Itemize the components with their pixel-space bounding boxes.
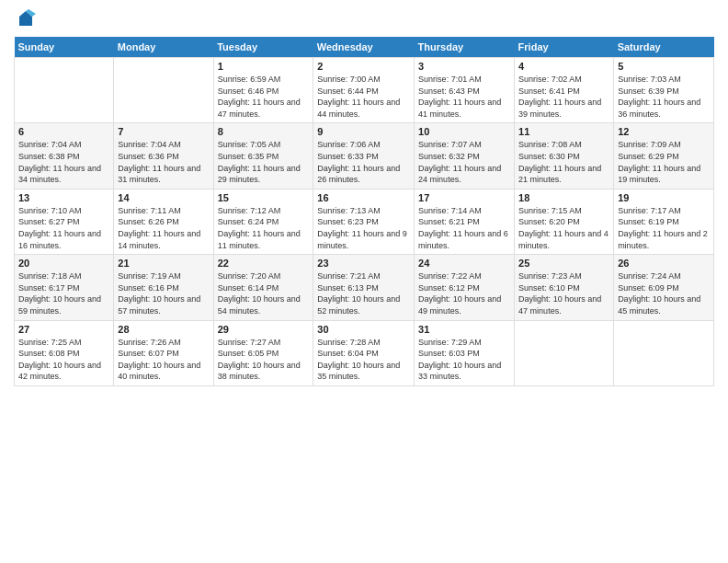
calendar-cell: 5Sunrise: 7:03 AMSunset: 6:39 PMDaylight… — [614, 58, 714, 123]
calendar-week-row: 1Sunrise: 6:59 AMSunset: 6:46 PMDaylight… — [15, 58, 714, 123]
day-number: 19 — [618, 192, 710, 203]
day-info: Sunrise: 7:01 AMSunset: 6:43 PMDaylight:… — [418, 74, 510, 120]
day-info: Sunrise: 7:22 AMSunset: 6:12 PMDaylight:… — [418, 270, 510, 316]
calendar-cell: 4Sunrise: 7:02 AMSunset: 6:41 PMDaylight… — [515, 58, 614, 123]
calendar-cell — [15, 58, 114, 123]
day-number: 1 — [218, 61, 310, 72]
day-info: Sunrise: 7:28 AMSunset: 6:04 PMDaylight:… — [317, 337, 410, 383]
day-info: Sunrise: 7:14 AMSunset: 6:21 PMDaylight:… — [418, 205, 510, 251]
day-number: 30 — [317, 324, 410, 335]
day-info: Sunrise: 7:17 AMSunset: 6:19 PMDaylight:… — [618, 205, 710, 251]
calendar-cell: 12Sunrise: 7:09 AMSunset: 6:29 PMDayligh… — [614, 123, 714, 189]
calendar-cell: 6Sunrise: 7:04 AMSunset: 6:38 PMDaylight… — [15, 123, 114, 189]
day-info: Sunrise: 7:25 AMSunset: 6:08 PMDaylight:… — [18, 337, 109, 383]
day-number: 31 — [418, 324, 510, 335]
calendar-cell: 26Sunrise: 7:24 AMSunset: 6:09 PMDayligh… — [614, 255, 714, 320]
calendar-cell: 11Sunrise: 7:08 AMSunset: 6:30 PMDayligh… — [515, 123, 614, 189]
day-number: 9 — [317, 126, 410, 137]
day-number: 16 — [317, 192, 410, 203]
day-number: 2 — [317, 61, 410, 72]
calendar-cell: 10Sunrise: 7:07 AMSunset: 6:32 PMDayligh… — [415, 123, 515, 189]
header-sunday: Sunday — [15, 37, 114, 58]
day-number: 7 — [118, 126, 209, 137]
calendar-page: Sunday Monday Tuesday Wednesday Thursday… — [0, 0, 728, 563]
calendar-cell: 1Sunrise: 6:59 AMSunset: 6:46 PMDaylight… — [213, 58, 313, 123]
day-info: Sunrise: 7:02 AMSunset: 6:41 PMDaylight:… — [518, 74, 609, 120]
header-tuesday: Tuesday — [213, 37, 313, 58]
day-info: Sunrise: 7:12 AMSunset: 6:24 PMDaylight:… — [218, 205, 310, 251]
calendar-cell — [614, 320, 714, 385]
day-number: 6 — [18, 126, 109, 137]
calendar-cell: 14Sunrise: 7:11 AMSunset: 6:26 PMDayligh… — [114, 189, 213, 254]
logo-icon — [16, 9, 36, 29]
day-number: 28 — [118, 324, 209, 335]
calendar-cell: 2Sunrise: 7:00 AMSunset: 6:44 PMDaylight… — [313, 58, 415, 123]
day-info: Sunrise: 6:59 AMSunset: 6:46 PMDaylight:… — [218, 74, 310, 120]
day-number: 14 — [118, 192, 209, 203]
day-info: Sunrise: 7:05 AMSunset: 6:35 PMDaylight:… — [218, 139, 310, 185]
day-info: Sunrise: 7:24 AMSunset: 6:09 PMDaylight:… — [618, 270, 710, 316]
calendar-cell: 30Sunrise: 7:28 AMSunset: 6:04 PMDayligh… — [313, 320, 415, 385]
day-info: Sunrise: 7:09 AMSunset: 6:29 PMDaylight:… — [618, 139, 710, 185]
day-number: 24 — [418, 258, 510, 269]
day-number: 17 — [418, 192, 510, 203]
day-info: Sunrise: 7:23 AMSunset: 6:10 PMDaylight:… — [518, 270, 609, 316]
day-info: Sunrise: 7:07 AMSunset: 6:32 PMDaylight:… — [418, 139, 510, 185]
header-wednesday: Wednesday — [313, 37, 415, 58]
day-info: Sunrise: 7:18 AMSunset: 6:17 PMDaylight:… — [18, 270, 109, 316]
day-number: 11 — [518, 126, 609, 137]
day-number: 20 — [18, 258, 109, 269]
day-number: 18 — [518, 192, 609, 203]
day-number: 29 — [218, 324, 310, 335]
header-monday: Monday — [114, 37, 213, 58]
day-info: Sunrise: 7:29 AMSunset: 6:03 PMDaylight:… — [418, 337, 510, 383]
day-number: 22 — [218, 258, 310, 269]
day-number: 26 — [618, 258, 710, 269]
header-thursday: Thursday — [415, 37, 515, 58]
calendar-cell: 27Sunrise: 7:25 AMSunset: 6:08 PMDayligh… — [15, 320, 114, 385]
day-info: Sunrise: 7:10 AMSunset: 6:27 PMDaylight:… — [18, 205, 109, 251]
calendar-week-row: 13Sunrise: 7:10 AMSunset: 6:27 PMDayligh… — [15, 189, 714, 254]
calendar-cell: 21Sunrise: 7:19 AMSunset: 6:16 PMDayligh… — [114, 255, 213, 320]
day-number: 15 — [218, 192, 310, 203]
calendar-cell: 8Sunrise: 7:05 AMSunset: 6:35 PMDaylight… — [213, 123, 313, 189]
day-info: Sunrise: 7:08 AMSunset: 6:30 PMDaylight:… — [518, 139, 609, 185]
calendar-cell: 7Sunrise: 7:04 AMSunset: 6:36 PMDaylight… — [114, 123, 213, 189]
day-number: 21 — [118, 258, 209, 269]
day-info: Sunrise: 7:27 AMSunset: 6:05 PMDaylight:… — [218, 337, 310, 383]
day-number: 12 — [618, 126, 710, 137]
calendar-cell: 15Sunrise: 7:12 AMSunset: 6:24 PMDayligh… — [213, 189, 313, 254]
calendar-week-row: 27Sunrise: 7:25 AMSunset: 6:08 PMDayligh… — [15, 320, 714, 385]
day-info: Sunrise: 7:26 AMSunset: 6:07 PMDaylight:… — [118, 337, 209, 383]
day-info: Sunrise: 7:03 AMSunset: 6:39 PMDaylight:… — [618, 74, 710, 120]
day-number: 8 — [218, 126, 310, 137]
calendar-cell: 3Sunrise: 7:01 AMSunset: 6:43 PMDaylight… — [415, 58, 515, 123]
calendar-cell: 23Sunrise: 7:21 AMSunset: 6:13 PMDayligh… — [313, 255, 415, 320]
calendar-week-row: 20Sunrise: 7:18 AMSunset: 6:17 PMDayligh… — [15, 255, 714, 320]
day-info: Sunrise: 7:11 AMSunset: 6:26 PMDaylight:… — [118, 205, 209, 251]
calendar-cell: 22Sunrise: 7:20 AMSunset: 6:14 PMDayligh… — [213, 255, 313, 320]
day-number: 13 — [18, 192, 109, 203]
header-saturday: Saturday — [614, 37, 714, 58]
calendar-cell: 20Sunrise: 7:18 AMSunset: 6:17 PMDayligh… — [15, 255, 114, 320]
day-number: 4 — [518, 61, 609, 72]
calendar-cell: 13Sunrise: 7:10 AMSunset: 6:27 PMDayligh… — [15, 189, 114, 254]
day-number: 25 — [518, 258, 609, 269]
day-info: Sunrise: 7:06 AMSunset: 6:33 PMDaylight:… — [317, 139, 410, 185]
day-number: 10 — [418, 126, 510, 137]
logo — [14, 9, 36, 29]
day-number: 23 — [317, 258, 410, 269]
header-friday: Friday — [515, 37, 614, 58]
calendar-cell: 28Sunrise: 7:26 AMSunset: 6:07 PMDayligh… — [114, 320, 213, 385]
calendar-cell: 9Sunrise: 7:06 AMSunset: 6:33 PMDaylight… — [313, 123, 415, 189]
calendar-cell — [114, 58, 213, 123]
day-info: Sunrise: 7:15 AMSunset: 6:20 PMDaylight:… — [518, 205, 609, 251]
day-info: Sunrise: 7:20 AMSunset: 6:14 PMDaylight:… — [218, 270, 310, 316]
calendar-cell: 29Sunrise: 7:27 AMSunset: 6:05 PMDayligh… — [213, 320, 313, 385]
day-number: 3 — [418, 61, 510, 72]
day-number: 27 — [18, 324, 109, 335]
calendar-cell: 18Sunrise: 7:15 AMSunset: 6:20 PMDayligh… — [515, 189, 614, 254]
weekday-header-row: Sunday Monday Tuesday Wednesday Thursday… — [15, 37, 714, 58]
header — [14, 9, 714, 29]
day-info: Sunrise: 7:19 AMSunset: 6:16 PMDaylight:… — [118, 270, 209, 316]
